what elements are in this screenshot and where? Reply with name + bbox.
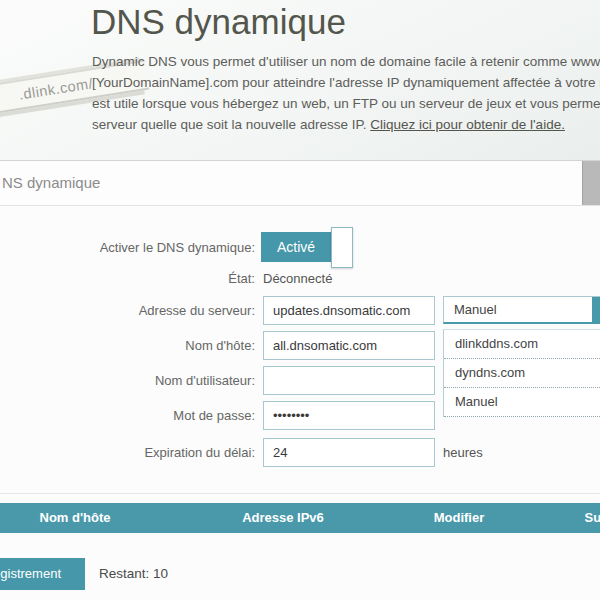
help-link[interactable]: Cliquez ici pour obtenir de l'aide. [370, 117, 565, 132]
enable-ddns-label: Activer le DNS dynamique: [0, 240, 255, 255]
username-input[interactable] [263, 366, 435, 395]
provider-option[interactable]: dlinkddns.com [444, 330, 600, 359]
status-label: État: [0, 271, 255, 286]
password-input[interactable] [263, 401, 435, 430]
add-record-button[interactable]: registrement [0, 558, 85, 590]
page-description: Dynamic DNS vous permet d'utiliser un no… [92, 51, 600, 135]
provider-select-value: Manuel [444, 297, 600, 322]
username-label: Nom d'utilisateur: [0, 373, 255, 388]
provider-option[interactable]: Manuel [444, 388, 600, 417]
provider-select[interactable]: Manuel [443, 296, 600, 324]
section-title: NS dynamique [2, 161, 100, 205]
description-line-text: serveur quelle que soit la nouvelle adre… [92, 117, 366, 132]
column-header-hostname: Nom d'hôte [0, 503, 150, 533]
table-divider [0, 493, 600, 494]
server-address-input[interactable] [263, 296, 435, 325]
description-line: serveur quelle que soit la nouvelle adre… [92, 114, 600, 135]
description-line: Dynamic DNS vous permet d'utiliser un no… [92, 51, 600, 72]
scrollbar-thumb[interactable] [582, 161, 600, 205]
hostname-input[interactable] [263, 331, 435, 360]
enable-ddns-toggle[interactable]: Activé [261, 232, 331, 262]
toggle-knob[interactable] [331, 227, 353, 268]
password-label: Mot de passe: [0, 408, 255, 423]
column-header-delete: Supprimer [502, 503, 600, 533]
server-address-label: Adresse du serveur: [0, 303, 255, 318]
timeout-label: Expiration du délai: [0, 445, 255, 460]
hostname-label: Nom d'hôte: [0, 338, 255, 353]
records-table-header: Nom d'hôte Adresse IPv6 Modifier Supprim… [0, 503, 600, 533]
section-bar: NS dynamique [0, 161, 600, 206]
column-header-edit: Modifier [416, 503, 502, 533]
description-line: [YourDomainName].com pour atteindre l'ad… [92, 72, 600, 93]
dropdown-arrow-icon[interactable] [592, 297, 600, 322]
page-header: .dlink.com/ DNS dynamique Dynamic DNS vo… [0, 0, 600, 161]
column-header-ipv6: Adresse IPv6 [150, 503, 416, 533]
page-title: DNS dynamique [91, 2, 346, 42]
dlink-url-text: .dlink.com/ [18, 75, 94, 103]
timeout-unit-label: heures [443, 445, 483, 460]
status-value: Déconnecté [263, 271, 332, 286]
provider-option[interactable]: dyndns.com [444, 359, 600, 388]
timeout-input[interactable] [263, 438, 435, 467]
description-line: est utile lorsque vous hébergez un web, … [92, 93, 600, 114]
remaining-count: Restant: 10 [99, 566, 168, 581]
provider-options-list: dlinkddns.com dyndns.com Manuel [443, 329, 600, 417]
